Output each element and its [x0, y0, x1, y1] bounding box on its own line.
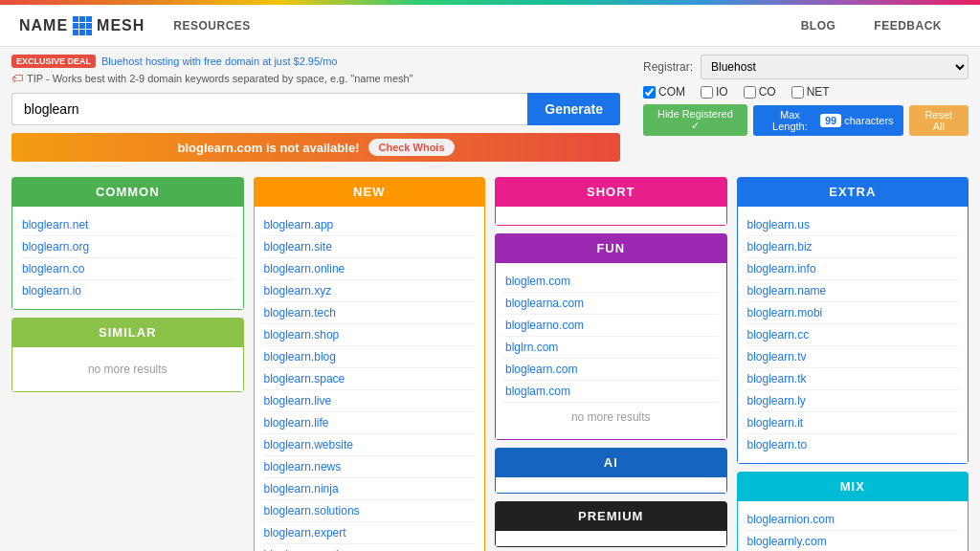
domain-new-4[interactable]: bloglearn.tech [262, 302, 478, 324]
section-extra-body: bloglearn.us bloglearn.biz bloglearn.inf… [737, 207, 969, 464]
section-new: NEW bloglearn.app bloglearn.site bloglea… [254, 177, 486, 551]
tip-text: 🏷 TIP - Works best with 2-9 domain keywo… [11, 72, 620, 85]
tip-label: TIP - Works best with 2-9 domain keyword… [27, 73, 413, 84]
section-mix-body: bloglearnion.com bloglearnly.com bloglea… [737, 501, 969, 551]
checkbox-com[interactable]: COM [643, 85, 685, 99]
domain-extra-0[interactable]: bloglearn.us [746, 214, 961, 236]
section-mix-header: MIX [737, 472, 969, 501]
domain-new-1[interactable]: bloglearn.site [262, 236, 478, 258]
logo[interactable]: NAME MESH [19, 16, 145, 35]
domain-extra-1[interactable]: bloglearn.biz [746, 236, 961, 258]
deal-banner: Exclusive Deal Bluehost hosting with fre… [11, 55, 620, 68]
domain-new-8[interactable]: bloglearn.live [262, 390, 478, 412]
checkbox-net[interactable]: NET [791, 85, 830, 99]
section-short-body [495, 207, 727, 226]
registrar-select[interactable]: Bluehost GoDaddy Namecheap Name.com [701, 55, 969, 79]
domain-new-7[interactable]: bloglearn.space [262, 368, 478, 390]
domain-fun-5[interactable]: bloglam.com [503, 381, 719, 403]
checkbox-row: COM IO CO NET [643, 85, 969, 99]
section-fun-body: bloglem.com bloglearna.com bloglearno.co… [495, 263, 727, 440]
generate-button[interactable]: Generate [527, 93, 620, 125]
avail-domain-name: bloglearn.com [177, 141, 262, 155]
domain-bloglearn-net[interactable]: bloglearn.net [20, 214, 235, 236]
section-short: SHORT [495, 177, 727, 226]
max-length-value: 99 [820, 114, 841, 127]
similar-no-results: no more results [20, 355, 235, 384]
search-panel: Exclusive Deal Bluehost hosting with fre… [11, 55, 620, 169]
section-new-body: bloglearn.app bloglearn.site bloglearn.o… [254, 207, 486, 551]
search-input[interactable] [11, 93, 527, 125]
domain-new-11[interactable]: bloglearn.news [262, 456, 478, 478]
logo-grid-icon [73, 16, 92, 35]
domain-new-15[interactable]: bloglearn.services [262, 544, 478, 551]
header: NAME MESH RESOURCES BLOG FEEDBACK [0, 5, 980, 47]
domain-new-5[interactable]: bloglearn.shop [262, 324, 478, 346]
nav-resources[interactable]: RESOURCES [173, 19, 251, 33]
domain-new-9[interactable]: bloglearn.life [262, 412, 478, 434]
domain-bloglearn-org[interactable]: bloglearn.org [20, 236, 235, 258]
main-wrapper: Exclusive Deal Bluehost hosting with fre… [0, 47, 980, 551]
section-similar: SIMILAR no more results [11, 318, 244, 392]
domain-fun-4[interactable]: bloglearn.com [503, 359, 719, 381]
filters-row: Hide Registered ✓ Max Length: 99 charact… [643, 104, 969, 136]
section-ai: AI [495, 448, 727, 494]
domain-bloglearn-co[interactable]: bloglearn.co [20, 258, 235, 280]
max-length-button[interactable]: Max Length: 99 characters [753, 105, 903, 136]
domain-fun-0[interactable]: bloglem.com [503, 271, 719, 293]
hide-registered-button[interactable]: Hide Registered ✓ [643, 104, 747, 136]
header-right: BLOG FEEDBACK [801, 19, 961, 33]
section-short-header: SHORT [495, 177, 727, 207]
domain-new-2[interactable]: bloglearn.online [262, 258, 478, 280]
registrar-row: Registrar: Bluehost GoDaddy Namecheap Na… [643, 55, 969, 79]
avail-message: is not available! [262, 141, 359, 155]
col-extra-mix: EXTRA bloglearn.us bloglearn.biz bloglea… [737, 177, 969, 551]
domain-fun-1[interactable]: bloglearna.com [503, 293, 719, 315]
checkbox-co[interactable]: CO [744, 85, 776, 99]
section-mix: MIX bloglearnion.com bloglearnly.com blo… [737, 472, 969, 551]
domain-new-12[interactable]: bloglearn.ninja [262, 478, 478, 500]
section-premium-body [495, 531, 727, 547]
fun-no-results: no more results [503, 403, 719, 431]
nav-feedback[interactable]: FEEDBACK [874, 19, 942, 33]
registrar-label: Registrar: [643, 60, 693, 74]
domain-extra-4[interactable]: bloglearn.mobi [746, 302, 961, 324]
section-common-body: bloglearn.net bloglearn.org bloglearn.co… [11, 207, 244, 310]
section-premium: PREMIUM [495, 501, 727, 547]
domain-extra-10[interactable]: bloglearn.to [746, 434, 961, 455]
availability-bar: bloglearn.com is not available! Check Wh… [11, 133, 620, 162]
domain-extra-3[interactable]: bloglearn.name [746, 280, 961, 302]
domain-extra-7[interactable]: bloglearn.tk [746, 368, 961, 390]
domain-new-6[interactable]: bloglearn.blog [262, 346, 478, 368]
domain-new-3[interactable]: bloglearn.xyz [262, 280, 478, 302]
nav-blog[interactable]: BLOG [801, 19, 836, 33]
domain-fun-2[interactable]: bloglearno.com [503, 315, 719, 337]
checkbox-io[interactable]: IO [701, 85, 728, 99]
domain-extra-8[interactable]: bloglearn.ly [746, 390, 961, 412]
domain-mix-0[interactable]: bloglearnion.com [746, 509, 961, 531]
domain-extra-2[interactable]: bloglearn.info [746, 258, 961, 280]
domain-extra-9[interactable]: bloglearn.it [746, 412, 961, 434]
section-extra: EXTRA bloglearn.us bloglearn.biz bloglea… [737, 177, 969, 464]
domain-new-10[interactable]: bloglearn.website [262, 434, 478, 456]
logo-name: NAME [19, 17, 68, 34]
section-fun-header: FUN [495, 233, 727, 263]
section-premium-header: PREMIUM [495, 501, 727, 531]
section-ai-header: AI [495, 448, 727, 477]
domain-fun-3[interactable]: blglrn.com [503, 337, 719, 359]
domain-mix-1[interactable]: bloglearnly.com [746, 531, 961, 551]
columns-grid: COMMON bloglearn.net bloglearn.org blogl… [11, 177, 969, 551]
domain-new-0[interactable]: bloglearn.app [262, 214, 478, 236]
check-whois-button[interactable]: Check Whois [368, 139, 454, 156]
col-short-fun-ai-premium: SHORT FUN bloglem.com bloglearna.com blo… [495, 177, 727, 551]
section-fun: FUN bloglem.com bloglearna.com bloglearn… [495, 233, 727, 440]
domain-bloglearn-io[interactable]: bloglearn.io [20, 280, 235, 301]
availability-domain: bloglearn.com is not available! [177, 141, 359, 155]
domain-extra-5[interactable]: bloglearn.cc [746, 324, 961, 346]
section-similar-body: no more results [11, 347, 244, 392]
domain-new-14[interactable]: bloglearn.expert [262, 522, 478, 544]
col-new: NEW bloglearn.app bloglearn.site bloglea… [254, 177, 486, 551]
domain-new-13[interactable]: bloglearn.solutions [262, 500, 478, 522]
logo-mesh: MESH [97, 17, 145, 34]
reset-all-button[interactable]: Reset All [909, 105, 969, 136]
domain-extra-6[interactable]: bloglearn.tv [746, 346, 961, 368]
